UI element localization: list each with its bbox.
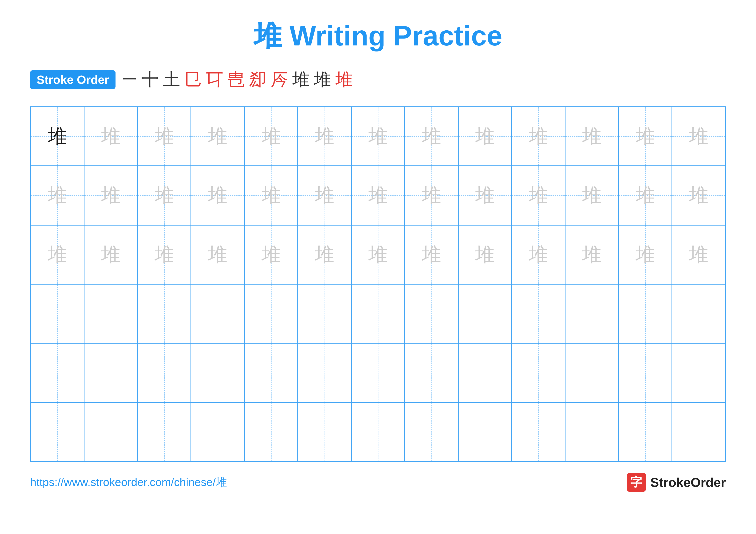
grid-cell[interactable] (565, 402, 618, 461)
stroke-8: 㕂 (271, 68, 288, 91)
grid-cell[interactable]: 堆 (298, 166, 351, 225)
grid-cell[interactable]: 堆 (244, 225, 298, 284)
practice-char: 堆 (582, 245, 602, 264)
grid-cell[interactable]: 堆 (31, 225, 84, 284)
grid-cell[interactable]: 堆 (244, 107, 298, 166)
grid-cell[interactable]: 堆 (138, 225, 191, 284)
grid-cell[interactable]: 堆 (565, 225, 618, 284)
practice-char: 堆 (582, 127, 602, 146)
grid-cell[interactable]: 堆 (191, 225, 244, 284)
grid-cell[interactable] (672, 402, 725, 461)
grid-cell[interactable]: 堆 (672, 107, 725, 166)
grid-cell[interactable] (31, 284, 84, 343)
grid-cell[interactable]: 堆 (405, 107, 458, 166)
grid-cell[interactable] (298, 402, 351, 461)
grid-cell[interactable]: 堆 (672, 225, 725, 284)
grid-cell[interactable]: 堆 (618, 166, 672, 225)
grid-cell[interactable] (351, 402, 405, 461)
practice-char: 堆 (154, 127, 174, 146)
grid-cell[interactable] (512, 343, 565, 402)
grid-cell[interactable]: 堆 (512, 166, 565, 225)
grid-cell[interactable]: 堆 (84, 225, 138, 284)
practice-char: 堆 (315, 186, 334, 205)
grid-cell[interactable] (458, 284, 512, 343)
grid-cell[interactable] (138, 343, 191, 402)
practice-char: 堆 (475, 245, 495, 264)
grid-cell[interactable] (138, 402, 191, 461)
practice-char: 堆 (208, 186, 228, 205)
grid-cell[interactable]: 堆 (565, 107, 618, 166)
grid-cell[interactable]: 堆 (138, 166, 191, 225)
practice-char: 堆 (261, 186, 281, 205)
grid-cell[interactable] (84, 343, 138, 402)
grid-cell[interactable]: 堆 (31, 166, 84, 225)
grid-cell[interactable]: 堆 (298, 107, 351, 166)
grid-cell[interactable]: 堆 (618, 225, 672, 284)
grid-cell[interactable] (244, 284, 298, 343)
grid-cell[interactable]: 堆 (298, 225, 351, 284)
grid-cell[interactable] (191, 343, 244, 402)
grid-cell[interactable]: 堆 (244, 166, 298, 225)
grid-cell[interactable]: 堆 (31, 107, 84, 166)
grid-cell[interactable] (618, 402, 672, 461)
logo-text: StrokeOrder (650, 475, 726, 490)
page-title: 堆 Writing Practice (254, 17, 502, 55)
grid-cell[interactable] (405, 284, 458, 343)
grid-cell[interactable] (458, 402, 512, 461)
grid-cell[interactable] (405, 343, 458, 402)
practice-char: 堆 (101, 186, 121, 205)
practice-char: 堆 (528, 127, 548, 146)
practice-char: 堆 (154, 245, 174, 264)
grid-cell[interactable]: 堆 (405, 225, 458, 284)
grid-cell[interactable] (191, 284, 244, 343)
grid-cell[interactable] (191, 402, 244, 461)
grid-cell[interactable] (618, 343, 672, 402)
grid-cell[interactable] (84, 284, 138, 343)
grid-cell[interactable] (84, 402, 138, 461)
grid-cell[interactable] (672, 284, 725, 343)
grid-cell[interactable]: 堆 (458, 107, 512, 166)
grid-cell[interactable]: 堆 (351, 107, 405, 166)
grid-cell[interactable]: 堆 (672, 166, 725, 225)
stroke-9: 堆 (292, 68, 310, 91)
practice-char: 堆 (154, 186, 174, 205)
grid-cell[interactable] (618, 284, 672, 343)
grid-cell[interactable] (672, 343, 725, 402)
grid-cell[interactable] (244, 343, 298, 402)
grid-cell[interactable]: 堆 (458, 225, 512, 284)
grid-cell[interactable]: 堆 (84, 166, 138, 225)
grid-cell[interactable]: 堆 (191, 166, 244, 225)
grid-cell[interactable] (512, 284, 565, 343)
grid-cell[interactable] (458, 343, 512, 402)
practice-char: 堆 (422, 127, 441, 146)
grid-cell[interactable] (31, 343, 84, 402)
grid-cell[interactable]: 堆 (138, 107, 191, 166)
grid-cell[interactable] (565, 284, 618, 343)
grid-cell[interactable] (298, 343, 351, 402)
practice-char: 堆 (689, 127, 708, 146)
grid-cell[interactable] (351, 284, 405, 343)
stroke-sequence: 一 十 土 㔾 㔿 㕀 㕁 㕂 堆 堆 堆 (122, 68, 353, 91)
grid-cell[interactable]: 堆 (405, 166, 458, 225)
stroke-order-row: Stroke Order 一 十 土 㔾 㔿 㕀 㕁 㕂 堆 堆 堆 (30, 68, 353, 91)
grid-cell[interactable]: 堆 (458, 166, 512, 225)
grid-cell[interactable]: 堆 (191, 107, 244, 166)
grid-cell[interactable] (512, 402, 565, 461)
practice-char: 堆 (422, 245, 441, 264)
grid-cell[interactable] (244, 402, 298, 461)
grid-cell[interactable]: 堆 (618, 107, 672, 166)
stroke-1: 一 (122, 69, 137, 90)
grid-cell[interactable]: 堆 (351, 225, 405, 284)
grid-cell[interactable] (138, 284, 191, 343)
grid-cell[interactable] (405, 402, 458, 461)
grid-cell[interactable]: 堆 (512, 107, 565, 166)
grid-cell[interactable] (31, 402, 84, 461)
grid-cell[interactable]: 堆 (84, 107, 138, 166)
grid-cell[interactable] (565, 343, 618, 402)
grid-cell[interactable] (351, 343, 405, 402)
practice-char: 堆 (48, 186, 67, 205)
grid-cell[interactable]: 堆 (351, 166, 405, 225)
grid-cell[interactable]: 堆 (565, 166, 618, 225)
grid-cell[interactable] (298, 284, 351, 343)
grid-cell[interactable]: 堆 (512, 225, 565, 284)
